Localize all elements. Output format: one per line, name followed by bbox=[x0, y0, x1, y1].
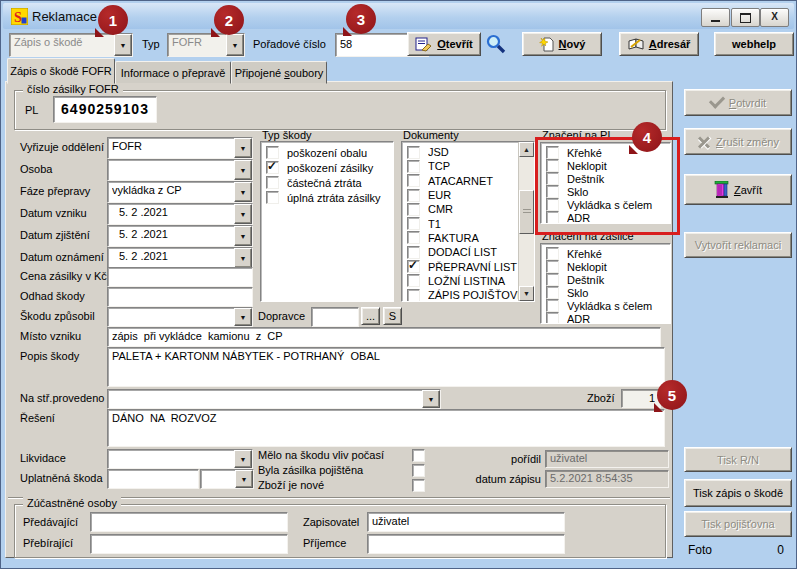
checkbox[interactable] bbox=[266, 176, 279, 189]
novy-button[interactable]: Nový bbox=[522, 32, 602, 56]
checkbox[interactable] bbox=[546, 198, 559, 211]
dokumenty-list[interactable]: ▲ ▼ JSDTCPATACARNETEURCMRT1FAKTURADODACÍ… bbox=[401, 141, 535, 302]
faze-prepravy-combobox[interactable]: vykládka z CP ▼ bbox=[107, 181, 253, 203]
checkbox[interactable] bbox=[546, 260, 559, 273]
checkbox[interactable] bbox=[407, 260, 420, 273]
chevron-down-icon[interactable]: ▼ bbox=[234, 182, 252, 202]
checkbox[interactable] bbox=[546, 185, 559, 198]
maximize-button[interactable] bbox=[731, 8, 760, 27]
datum-oznameni-picker[interactable]: 5. 2 .2021 ▼ bbox=[107, 247, 253, 269]
vyrizuje-oddeleni-combobox[interactable]: FOFR ▼ bbox=[107, 137, 253, 159]
osoba-label: Osoba bbox=[20, 163, 52, 175]
maximize-icon bbox=[740, 13, 751, 23]
checkbox[interactable] bbox=[546, 299, 559, 312]
prijemce-input[interactable] bbox=[367, 534, 565, 554]
search-button[interactable] bbox=[483, 32, 509, 56]
popis-skody-textarea[interactable]: PALETA + KARTONM NÁBYTEK - POTRHANÝ OBAL bbox=[107, 347, 665, 387]
checkbox[interactable] bbox=[407, 289, 420, 302]
pl-number-field[interactable]: 6490259103 bbox=[53, 96, 157, 123]
webhelp-button[interactable]: webhelp bbox=[714, 32, 794, 56]
predavajici-input[interactable] bbox=[90, 512, 288, 532]
close-icon: X bbox=[761, 9, 788, 24]
cena-zasilky-input[interactable] bbox=[107, 267, 253, 287]
chevron-down-icon[interactable]: ▼ bbox=[226, 34, 244, 56]
chevron-down-icon[interactable]: ▼ bbox=[234, 308, 252, 326]
datum-vzniku-picker[interactable]: 5. 2 .2021 ▼ bbox=[107, 203, 253, 225]
checkbox[interactable] bbox=[407, 203, 420, 216]
scroll-up-icon[interactable]: ▲ bbox=[519, 142, 534, 157]
scroll-thumb[interactable] bbox=[519, 190, 534, 234]
checkbox[interactable] bbox=[266, 191, 279, 204]
chevron-down-icon[interactable]: ▼ bbox=[235, 470, 253, 488]
dopravce-input[interactable] bbox=[311, 307, 359, 327]
misto-vzniku-input[interactable]: zápis při vykládce kamionu z CP bbox=[107, 327, 661, 347]
checkbox[interactable] bbox=[407, 246, 420, 259]
checkbox[interactable] bbox=[266, 146, 279, 159]
checkbox[interactable] bbox=[546, 312, 559, 324]
checkbox[interactable] bbox=[407, 160, 420, 173]
tisk-pojistovna-button[interactable]: Tisk pojišťovna bbox=[684, 511, 792, 537]
checkbox[interactable] bbox=[546, 159, 559, 172]
dopravce-s-button[interactable]: S bbox=[383, 307, 402, 325]
checkbox[interactable] bbox=[546, 211, 559, 224]
checkbox[interactable] bbox=[546, 247, 559, 260]
chevron-down-icon[interactable]: ▼ bbox=[234, 138, 252, 158]
zrusit-zmeny-button[interactable]: Zrušit změny bbox=[684, 128, 792, 155]
minimize-button[interactable] bbox=[701, 8, 730, 27]
checkbox[interactable] bbox=[266, 161, 279, 174]
byla-pojistena-checkbox[interactable] bbox=[412, 464, 425, 477]
skodu-zpusobil-combobox[interactable]: ▼ bbox=[107, 307, 253, 327]
zbozi-je-nove-checkbox[interactable] bbox=[412, 479, 425, 492]
dopravce-browse-button[interactable]: ... bbox=[361, 307, 380, 325]
typ-skody-list[interactable]: poškození obalupoškození zásilkyčástečná… bbox=[260, 141, 394, 302]
melo-pocasi-checkbox[interactable] bbox=[412, 449, 425, 462]
record-mode-combobox[interactable]: Zápis o škodě ▼ bbox=[9, 33, 133, 57]
checkbox[interactable] bbox=[546, 286, 559, 299]
znaceni-na-pl-list[interactable]: KřehkéNeklopitDeštníkSkloVykládka s čele… bbox=[540, 142, 671, 224]
checkbox[interactable] bbox=[407, 174, 420, 187]
checkbox[interactable] bbox=[407, 274, 420, 287]
checkbox[interactable] bbox=[546, 172, 559, 185]
checkbox[interactable] bbox=[546, 146, 559, 159]
chevron-down-icon[interactable]: ▼ bbox=[234, 204, 252, 224]
tisk-zapis-o-skode-button[interactable]: Tisk zápis o škodě bbox=[684, 479, 792, 507]
datum-zjisteni-picker[interactable]: 5. 2 .2021 ▼ bbox=[107, 225, 253, 247]
tisk-rn-button[interactable]: Tisk R/N bbox=[684, 447, 792, 472]
list-item-label: Neklopit bbox=[567, 160, 670, 172]
zavrit-button[interactable]: Zavřít bbox=[684, 174, 792, 205]
checkbox[interactable] bbox=[546, 273, 559, 286]
osoba-combobox[interactable]: ▼ bbox=[107, 159, 253, 181]
typ-combobox[interactable]: FOFR ▼ bbox=[167, 33, 245, 57]
list-item-label: ZÁPIS POJIŠŤOVNY bbox=[428, 289, 518, 301]
chevron-down-icon[interactable]: ▼ bbox=[234, 450, 252, 468]
zapisovatel-input[interactable]: uživatel bbox=[367, 512, 565, 532]
znaceni-na-zasilce-list[interactable]: KřehkéNeklopitDeštníkSkloVykládka s čele… bbox=[540, 243, 671, 324]
checkbox[interactable] bbox=[407, 217, 420, 230]
likvidace-combobox[interactable]: ▼ bbox=[107, 449, 253, 469]
tab-informace-o-preprave[interactable]: Informace o přepravě bbox=[115, 61, 231, 84]
odhad-skody-input[interactable] bbox=[107, 287, 253, 307]
close-button[interactable]: X bbox=[760, 8, 789, 27]
chevron-down-icon[interactable]: ▼ bbox=[422, 390, 440, 408]
tab-pripojene-soubory[interactable]: Připojené soubory bbox=[231, 61, 327, 84]
uplatnena-skoda-combobox[interactable]: ▼ bbox=[200, 469, 254, 489]
adresar-button[interactable]: Adresář bbox=[619, 32, 699, 56]
tab-page: číslo zásilky FOFR PL 6490259103 Vyřizuj… bbox=[5, 81, 673, 558]
otevrit-button[interactable]: Otevřít bbox=[407, 32, 481, 56]
scroll-down-icon[interactable]: ▼ bbox=[519, 286, 534, 301]
reseni-textarea[interactable]: DÁNO NA ROZVOZ bbox=[107, 409, 665, 447]
tab-zapis-o-skode[interactable]: Zápis o škodě FOFR bbox=[7, 58, 115, 84]
uplatnena-skoda-input[interactable] bbox=[107, 469, 199, 489]
scrollbar[interactable]: ▲ ▼ bbox=[518, 142, 534, 301]
chevron-down-icon[interactable]: ▼ bbox=[234, 160, 252, 180]
chevron-down-icon[interactable]: ▼ bbox=[234, 226, 252, 246]
checkbox[interactable] bbox=[407, 146, 420, 159]
prebirajici-input[interactable] bbox=[90, 534, 288, 554]
chevron-down-icon[interactable]: ▼ bbox=[234, 248, 252, 268]
checkbox[interactable] bbox=[407, 231, 420, 244]
chevron-down-icon[interactable]: ▼ bbox=[114, 34, 132, 56]
potvrdit-button[interactable]: Potvrdit bbox=[684, 89, 792, 116]
vytvorit-reklamaci-button[interactable]: Vytvořit reklamaci bbox=[684, 232, 792, 258]
na-str-provedeno-combobox[interactable]: ▼ bbox=[107, 389, 441, 409]
checkbox[interactable] bbox=[407, 189, 420, 202]
